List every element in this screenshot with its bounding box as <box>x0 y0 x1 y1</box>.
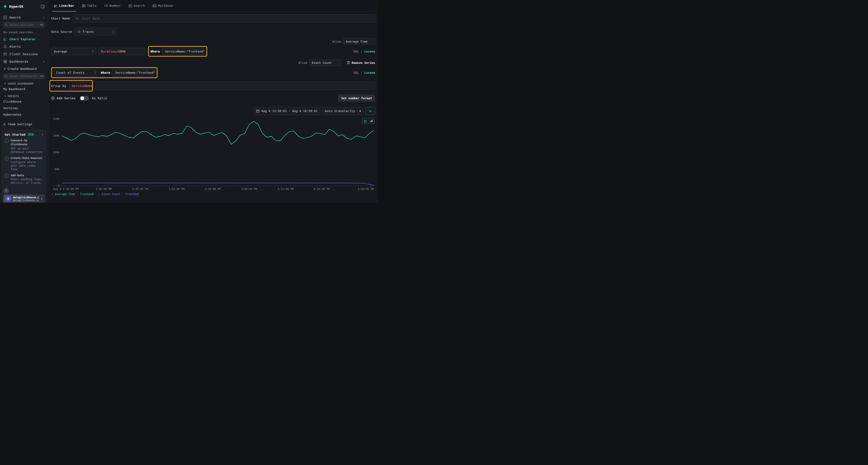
presets-header: PRESETS <box>8 95 19 98</box>
aggregation-select[interactable]: Average ∧∨ <box>51 48 96 55</box>
get-started-card: Get Started 3/3 ∧ ✓ Connect to ClickHous… <box>2 130 46 203</box>
svg-text:80K: 80K <box>55 168 59 171</box>
chevron-up-icon[interactable]: ∧ <box>43 16 44 19</box>
tab-label: Search <box>133 4 145 7</box>
collapse-sidebar-icon[interactable] <box>41 5 44 8</box>
group-by-value: ServiceName <box>72 84 93 88</box>
checklist-item-connect[interactable]: ✓ Connect to ClickHouse Set up your data… <box>5 138 43 154</box>
where-input[interactable]: ServiceName:"frontend" <box>113 69 155 76</box>
granularity-select[interactable]: Auto Granularity ∨ <box>322 107 364 115</box>
group-by-input[interactable]: ServiceName <box>69 82 375 90</box>
tab-label: Line/Bar <box>59 4 74 7</box>
user-menu[interactable]: D dale@clickhouse.com dale@clickhouse.co… <box>3 194 44 203</box>
bar-display-button[interactable] <box>368 118 374 124</box>
language-switch[interactable]: SQL | Lucene <box>353 49 375 53</box>
saved-dashboards-input[interactable]: Saved Dashboards ⌘K <box>2 73 45 79</box>
svg-text:240K: 240K <box>53 134 60 137</box>
legend-item-event-count[interactable]: — Event Count · frontend <box>98 193 138 196</box>
alias-input[interactable]: Event Count <box>309 60 341 66</box>
svg-text:3:52:00 PM: 3:52:00 PM <box>168 188 185 191</box>
add-series-button[interactable]: Add Series <box>51 96 75 100</box>
create-dashboard-button[interactable]: + Create Dashboard <box>0 65 48 72</box>
remove-series-button[interactable]: Remove Series <box>347 61 375 65</box>
tab-line-bar[interactable]: Line/Bar <box>50 0 78 11</box>
where-input[interactable]: ServiceName:"frontend" <box>162 48 205 55</box>
chart-type-tabs: Line/Bar Table 123 Number Search Markdow… <box>48 0 378 11</box>
tab-number[interactable]: 123 Number <box>100 0 125 11</box>
where-value: ServiceName:"frontend" <box>115 71 155 74</box>
divider: | <box>361 49 363 53</box>
tab-search[interactable]: Search <box>125 0 149 11</box>
field-input[interactable]: Duration/1000 <box>98 48 146 55</box>
date-range-picker[interactable]: Aug 4 15:30:01 - Aug 4 16:30:01 <box>253 107 320 115</box>
chart-name-input[interactable]: My Chart Name <box>73 14 375 23</box>
where-label: Where <box>151 49 160 53</box>
saved-dashboards-group[interactable]: ∨ SAVED DASHBOARDS <box>0 80 48 86</box>
tab-table[interactable]: Table <box>78 0 100 11</box>
sql-option: SQL <box>353 71 359 74</box>
divider: | <box>361 71 363 74</box>
checklist-desc: Set up your database connection <box>10 147 43 154</box>
sidebar-section-search[interactable]: Search ∧ <box>0 13 48 21</box>
chevron-right-icon: › <box>41 197 43 201</box>
user-org: dale@clickhouse.com's <box>13 199 39 202</box>
svg-text:320K: 320K <box>53 117 60 121</box>
checklist-desc: Start sending logs, metrics, or traces <box>10 177 43 185</box>
saved-searches-input[interactable]: Saved Searches ⌘K <box>2 22 45 28</box>
select-chevrons-icon: ∧∨ <box>112 30 114 33</box>
svg-text:160K: 160K <box>53 151 60 154</box>
as-ratio-toggle[interactable] <box>80 96 89 101</box>
alias-value: Event Count <box>312 61 332 65</box>
plus-circle-icon <box>51 96 55 100</box>
get-started-header[interactable]: Get Started 3/3 ∧ <box>5 133 43 136</box>
preset-item-clickhouse[interactable]: ClickHouse <box>0 98 48 105</box>
svg-text:4:20:00 PM: 4:20:00 PM <box>314 188 330 191</box>
chevron-up-icon[interactable]: ∧ <box>42 133 43 136</box>
alias-label: Alias <box>332 40 341 43</box>
timeseries-chart[interactable]: 080K160K240K320KAug 4 3:30:00 PM3:38:00 … <box>51 116 375 192</box>
chevron-down-icon: ∨ <box>359 109 361 112</box>
sidebar-item-label: Dashboards <box>9 60 40 63</box>
checklist-title: Add Data <box>10 174 24 177</box>
language-switch[interactable]: SQL | Lucene <box>353 71 375 74</box>
saved-dashboards-placeholder: Saved Dashboards <box>9 74 37 78</box>
dashboard-item-my-dashboard[interactable]: My Dashboard <box>0 86 48 92</box>
alias-input[interactable]: Average Time <box>343 38 375 44</box>
series-row-1: Average ∧∨ Duration/1000 Where ServiceNa… <box>51 46 375 57</box>
legend-item-average-time[interactable]: — Average Time · frontend <box>52 193 93 196</box>
checklist-item-datasources[interactable]: ✓ Create Data Sources Configure where yo… <box>5 156 43 171</box>
legend-separator: · <box>122 193 123 196</box>
toggle-knob <box>80 96 84 100</box>
series-row-2: Count of Events ∧∨ Where ServiceName:"fr… <box>51 67 375 78</box>
bar-chart-icon <box>370 119 373 122</box>
chart-name-label: Chart Name <box>51 16 70 20</box>
run-query-button[interactable] <box>366 107 375 115</box>
preset-item-kubernetes[interactable]: Kubernetes <box>0 111 48 118</box>
check-circle-icon: ✓ <box>5 156 9 161</box>
tab-markdown[interactable]: Markdown <box>149 0 177 11</box>
sidebar-item-dashboards[interactable]: Dashboards ∧ <box>0 58 48 65</box>
checklist-desc: Configure where your data comes from <box>10 161 43 171</box>
sidebar-item-client-sessions[interactable]: Client Sessions <box>0 51 48 58</box>
data-source-select[interactable]: Traces ∧∨ <box>75 28 116 35</box>
legend-swatch: — <box>98 193 100 196</box>
chevron-down-icon: ∨ <box>4 82 6 85</box>
set-number-format-button[interactable]: Set number format <box>338 94 375 102</box>
sidebar-item-chart-explorer[interactable]: Chart Explorer <box>0 35 48 43</box>
chart-display-toggle <box>362 118 375 124</box>
chevron-up-icon[interactable]: ∧ <box>43 60 44 63</box>
saved-dashboards-header: SAVED DASHBOARDS <box>8 82 34 85</box>
line-display-button[interactable] <box>362 118 368 124</box>
aggregation-value: Average <box>54 49 67 53</box>
svg-text:3:59:00 PM: 3:59:00 PM <box>205 188 221 191</box>
presets-group[interactable]: ∨ PRESETS <box>0 92 48 98</box>
aggregation-select[interactable]: Count of Events ∧∨ <box>54 69 98 76</box>
sidebar-item-alerts[interactable]: Alerts <box>0 43 48 51</box>
field-token: /1000 <box>116 49 126 53</box>
sidebar-item-team-settings[interactable]: ⚙ Team Settings <box>0 120 48 128</box>
where-label: Where <box>101 71 110 74</box>
preset-item-services[interactable]: Services <box>0 105 48 111</box>
checklist-item-adddata[interactable]: ✓ Add Data Start sending logs, metrics, … <box>5 173 43 185</box>
search-section-icon <box>3 16 7 19</box>
help-button[interactable]: ? <box>3 188 9 194</box>
